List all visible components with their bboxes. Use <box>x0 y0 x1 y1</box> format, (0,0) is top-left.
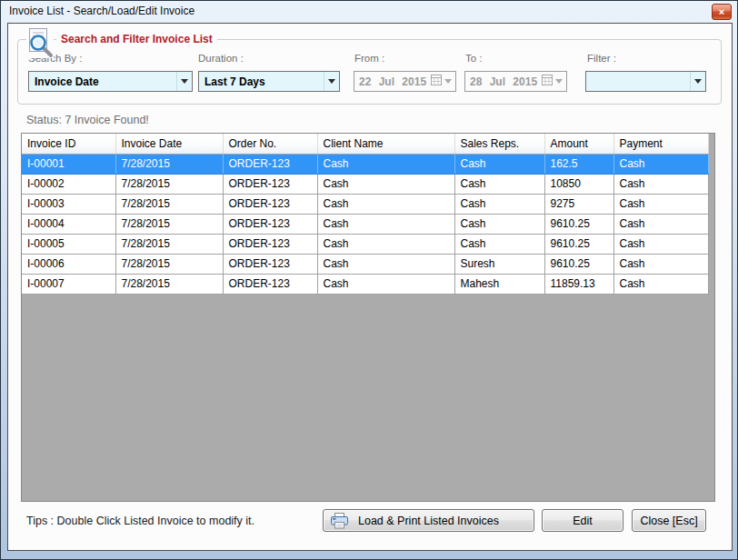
column-header[interactable]: Invoice ID <box>22 134 115 154</box>
calendar-grid-icon <box>431 75 442 88</box>
table-body: I-000017/28/2015ORDER-123CashCash162.5Ca… <box>22 154 708 294</box>
titlebar: Invoice List - Search/Load/Edit Invoice … <box>2 1 736 23</box>
close-esc-button[interactable]: Close [Esc] <box>632 509 706 532</box>
table-cell[interactable]: 10850 <box>544 174 613 194</box>
filter-combobox[interactable] <box>585 71 706 92</box>
column-header[interactable]: Client Name <box>317 134 454 154</box>
table-cell[interactable]: I-00001 <box>22 154 115 174</box>
table-cell[interactable]: ORDER-123 <box>223 214 317 234</box>
duration-label: Duration : <box>198 53 244 64</box>
table-row[interactable]: I-000077/28/2015ORDER-123CashMahesh11859… <box>22 274 708 294</box>
table-cell[interactable]: I-00004 <box>22 214 115 234</box>
table-cell[interactable]: I-00005 <box>22 234 115 254</box>
table-cell[interactable]: 7/28/2015 <box>115 214 223 234</box>
table-cell[interactable]: Cash <box>317 234 454 254</box>
from-label: From : <box>354 53 384 64</box>
duration-combobox[interactable]: Last 7 Days <box>198 71 340 92</box>
table-cell[interactable]: 7/28/2015 <box>115 274 223 294</box>
table-cell[interactable]: Cash <box>454 234 544 254</box>
invoice-list-window: Invoice List - Search/Load/Edit Invoice … <box>0 0 738 560</box>
table-cell[interactable]: Cash <box>613 174 708 194</box>
table-cell[interactable]: 7/28/2015 <box>115 154 223 174</box>
table-cell[interactable]: 9610.25 <box>544 254 613 274</box>
to-date-value: 28 Jul 2015 <box>470 75 537 88</box>
document-magnifier-icon <box>26 27 54 58</box>
invoice-table: Invoice IDInvoice DateOrder No.Client Na… <box>22 134 709 295</box>
chevron-down-icon <box>324 72 339 91</box>
edit-button[interactable]: Edit <box>542 509 623 532</box>
filter-label: Filter : <box>587 53 616 64</box>
groupbox-title: Search and Filter Invoice List <box>56 33 217 45</box>
load-print-button[interactable]: Load & Print Listed Invoices <box>323 509 534 532</box>
table-header-row: Invoice IDInvoice DateOrder No.Client Na… <box>22 134 708 154</box>
chevron-down-icon <box>690 72 705 91</box>
load-print-label: Load & Print Listed Invoices <box>358 515 499 527</box>
table-cell[interactable]: Cash <box>317 174 454 194</box>
table-cell[interactable]: 7/28/2015 <box>115 174 223 194</box>
to-date-picker[interactable]: 28 Jul 2015 <box>464 71 567 92</box>
chevron-down-icon <box>444 79 452 84</box>
close-esc-label: Close [Esc] <box>640 515 697 527</box>
window-title: Invoice List - Search/Load/Edit Invoice <box>9 5 194 17</box>
table-cell[interactable]: 9275 <box>544 194 613 214</box>
table-cell[interactable]: ORDER-123 <box>223 154 317 174</box>
from-date-picker[interactable]: 22 Jul 2015 <box>354 71 456 92</box>
table-cell[interactable]: I-00003 <box>22 194 115 214</box>
table-row[interactable]: I-000067/28/2015ORDER-123CashSuresh9610.… <box>22 254 708 274</box>
tips-text: Tips : Double Click Listed Invoice to mo… <box>26 515 254 527</box>
chevron-down-icon <box>555 79 563 84</box>
table-row[interactable]: I-000037/28/2015ORDER-123CashCash9275Cas… <box>22 194 708 214</box>
column-header[interactable]: Order No. <box>223 134 317 154</box>
table-cell[interactable]: Cash <box>454 174 544 194</box>
table-row[interactable]: I-000017/28/2015ORDER-123CashCash162.5Ca… <box>22 154 708 174</box>
table-cell[interactable]: ORDER-123 <box>223 234 317 254</box>
table-cell[interactable]: 7/28/2015 <box>115 194 223 214</box>
table-row[interactable]: I-000057/28/2015ORDER-123CashCash9610.25… <box>22 234 708 254</box>
calendar-grid-icon <box>542 75 553 88</box>
table-cell[interactable]: ORDER-123 <box>223 174 317 194</box>
table-cell[interactable]: I-00006 <box>22 254 115 274</box>
column-header[interactable]: Sales Reps. <box>454 134 544 154</box>
search-by-combobox[interactable]: Invoice Date <box>28 71 193 92</box>
table-cell[interactable]: Cash <box>613 194 708 214</box>
table-cell[interactable]: 9610.25 <box>544 234 613 254</box>
table-cell[interactable]: Cash <box>454 154 544 174</box>
table-cell[interactable]: Cash <box>317 254 454 274</box>
to-label: To : <box>465 53 483 64</box>
table-cell[interactable]: Cash <box>613 214 708 234</box>
table-row[interactable]: I-000047/28/2015ORDER-123CashCash9610.25… <box>22 214 708 234</box>
table-cell[interactable]: Cash <box>317 274 454 294</box>
table-cell[interactable]: ORDER-123 <box>223 194 317 214</box>
table-cell[interactable]: ORDER-123 <box>223 254 317 274</box>
table-cell[interactable]: Suresh <box>454 254 544 274</box>
table-cell[interactable]: 162.5 <box>544 154 613 174</box>
table-row[interactable]: I-000027/28/2015ORDER-123CashCash10850Ca… <box>22 174 708 194</box>
table-cell[interactable]: Mahesh <box>454 274 544 294</box>
table-cell[interactable]: 9610.25 <box>544 214 613 234</box>
column-header[interactable]: Amount <box>544 134 613 154</box>
status-text: Status: 7 Invoice Found! <box>26 114 149 126</box>
invoice-grid[interactable]: Invoice IDInvoice DateOrder No.Client Na… <box>21 133 715 502</box>
table-cell[interactable]: 7/28/2015 <box>115 234 223 254</box>
table-cell[interactable]: Cash <box>454 194 544 214</box>
column-header[interactable]: Payment <box>613 134 708 154</box>
table-cell[interactable]: I-00007 <box>22 274 115 294</box>
table-cell[interactable]: 11859.13 <box>544 274 613 294</box>
table-cell[interactable]: I-00002 <box>22 174 115 194</box>
from-date-value: 22 Jul 2015 <box>359 75 426 88</box>
printer-icon <box>330 513 349 532</box>
table-cell[interactable]: Cash <box>613 234 708 254</box>
chevron-down-icon <box>176 72 192 91</box>
table-cell[interactable]: Cash <box>317 194 454 214</box>
table-cell[interactable]: Cash <box>454 214 544 234</box>
table-cell[interactable]: Cash <box>613 274 708 294</box>
table-cell[interactable]: Cash <box>613 154 708 174</box>
close-icon[interactable]: × <box>712 4 732 20</box>
table-cell[interactable]: Cash <box>317 214 454 234</box>
table-cell[interactable]: 7/28/2015 <box>115 254 223 274</box>
duration-value: Last 7 Days <box>204 75 265 88</box>
table-cell[interactable]: Cash <box>613 254 708 274</box>
table-cell[interactable]: Cash <box>317 154 454 174</box>
column-header[interactable]: Invoice Date <box>115 134 223 154</box>
table-cell[interactable]: ORDER-123 <box>223 274 317 294</box>
